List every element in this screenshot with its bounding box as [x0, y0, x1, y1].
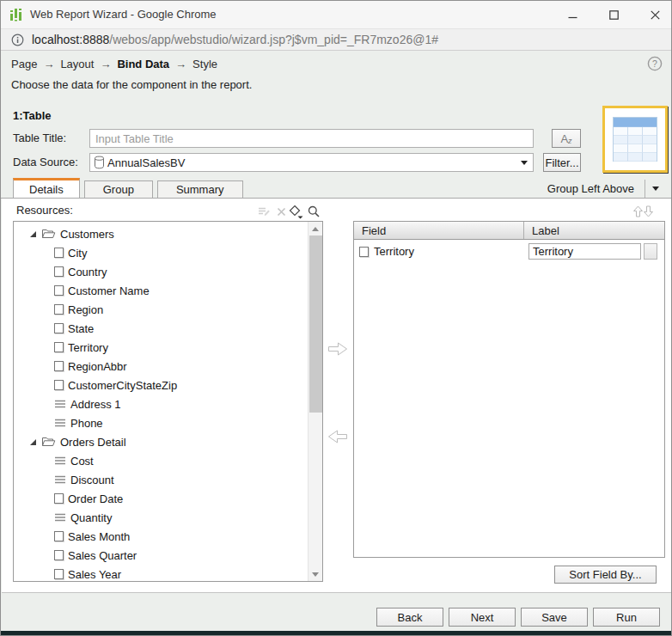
add-field-arrow-icon[interactable] [327, 341, 348, 360]
field-cell[interactable]: Territory [354, 245, 524, 258]
tree-item-label: Sales Month [68, 530, 130, 543]
tree-item-phone[interactable]: Phone [54, 413, 308, 432]
folder-icon [41, 436, 56, 448]
delete-icon[interactable] [273, 205, 289, 218]
search-icon[interactable] [306, 205, 321, 218]
info-icon[interactable] [11, 34, 24, 50]
tree-item-sales-quarter[interactable]: Sales Quarter [54, 546, 308, 565]
next-button[interactable]: Next [449, 608, 516, 627]
maximize-icon [609, 10, 619, 20]
field-box-icon [54, 342, 64, 352]
field-box-icon [54, 531, 64, 541]
tree-item-label: Orders Detail [60, 436, 126, 449]
move-up-icon[interactable] [633, 205, 643, 221]
scroll-up-icon[interactable] [309, 222, 322, 235]
close-button[interactable] [640, 1, 669, 28]
breadcrumb-step-style[interactable]: Style [192, 58, 217, 70]
url-text[interactable]: localhost:8888/webos/app/webstudio/wizar… [32, 29, 438, 51]
field-table-body: Territory [354, 240, 664, 263]
tree-item-quantity[interactable]: Quantity [54, 508, 308, 527]
maximize-button[interactable] [599, 1, 628, 28]
tree-item-sales-month[interactable]: Sales Month [54, 527, 308, 546]
breadcrumb-arrow-icon: → [43, 58, 54, 70]
sort-field-by-button[interactable]: Sort Field By... [554, 566, 657, 584]
url-path: /webos/app/webstudio/wizard.jsp?j$vm_pid… [109, 33, 438, 46]
tab-group[interactable]: Group [84, 180, 153, 199]
tree-item-sales-year[interactable]: Sales Year [54, 565, 308, 581]
column-header-label[interactable]: Label [524, 222, 664, 239]
field-lines-icon [54, 474, 66, 485]
tree-item-state[interactable]: State [54, 319, 308, 338]
scrollbar-thumb[interactable] [309, 235, 322, 413]
tab-details[interactable]: Details [13, 178, 80, 199]
tree-item-customers[interactable]: Customers [29, 224, 308, 243]
tree-item-label: CustomerCityStateZip [68, 379, 177, 392]
tree-item-customer-name[interactable]: Customer Name [54, 281, 308, 300]
move-down-icon[interactable] [644, 205, 653, 221]
tree-item-city[interactable]: City [54, 243, 308, 262]
tab-summary[interactable]: Summary [157, 180, 243, 199]
tree-item-region[interactable]: Region [54, 300, 308, 319]
title-font-button[interactable]: Az [552, 129, 581, 148]
tree-item-country[interactable]: Country [54, 262, 308, 281]
address-bar[interactable]: localhost:8888/webos/app/webstudio/wizar… [1, 28, 671, 51]
dropdown-separator [645, 180, 645, 198]
minimize-button[interactable] [558, 1, 587, 28]
edit-fields-icon[interactable] [256, 205, 272, 218]
component-section-title: 1:Table [13, 109, 52, 122]
field-box-icon [359, 247, 369, 257]
label-options-button[interactable] [644, 243, 657, 260]
table-preview-tile[interactable] [602, 106, 668, 173]
group-position-dropdown[interactable]: Group Left Above [547, 179, 664, 199]
field-table-header: Field Label [354, 222, 664, 240]
tree-item-discount[interactable]: Discount [54, 470, 308, 489]
field-box-icon [54, 569, 64, 579]
tree-item-label: State [68, 322, 94, 335]
dropdown-caret-icon [652, 187, 659, 191]
wizard-description: Choose the data for the component in the… [11, 78, 252, 91]
tree-item-orders-detail[interactable]: Orders Detail [29, 432, 308, 451]
field-box-icon [54, 304, 64, 315]
tab-strip: DetailsGroupSummary [13, 178, 247, 199]
tree-item-address-1[interactable]: Address 1 [54, 394, 308, 413]
breadcrumb-arrow-icon: → [175, 58, 186, 70]
breadcrumb-arrow-icon: → [100, 58, 111, 70]
expand-collapse-icon[interactable] [289, 205, 304, 218]
tree-item-territory[interactable]: Territory [54, 338, 308, 357]
tree-scrollbar[interactable] [308, 222, 322, 581]
tree-item-customercitystatezip[interactable]: CustomerCityStateZip [54, 376, 308, 394]
filter-button[interactable]: Filter... [543, 153, 581, 172]
tree-item-label: Sales Quarter [68, 549, 137, 562]
field-box-icon [54, 266, 64, 277]
data-source-select[interactable]: AnnualSalesBV [89, 153, 534, 172]
tree-item-label: RegionAbbr [68, 360, 127, 373]
database-icon [94, 156, 105, 169]
resources-tree: CustomersCityCountryCustomer NameRegionS… [14, 222, 308, 581]
window-bottom-edge [1, 631, 672, 636]
scroll-down-icon[interactable] [309, 567, 322, 581]
tree-item-label: Phone [70, 417, 103, 430]
back-button[interactable]: Back [376, 608, 443, 627]
dropdown-caret-icon [521, 161, 528, 165]
tree-item-label: Region [68, 303, 103, 316]
breadcrumb-step-page[interactable]: Page [11, 58, 37, 70]
run-button[interactable]: Run [593, 608, 660, 627]
url-host: localhost:8888 [32, 33, 109, 46]
tree-item-cost[interactable]: Cost [54, 451, 308, 470]
table-title-input[interactable] [89, 129, 534, 148]
breadcrumb-step-layout[interactable]: Layout [60, 58, 94, 70]
remove-field-arrow-icon[interactable] [327, 429, 348, 448]
field-lines-icon [54, 512, 66, 523]
field-lines-icon [54, 399, 66, 409]
tree-expander-icon[interactable] [29, 230, 37, 238]
label-input[interactable] [528, 243, 641, 260]
tree-item-regionabbr[interactable]: RegionAbbr [54, 357, 308, 376]
tree-expander-icon[interactable] [29, 438, 37, 446]
minimize-icon [568, 10, 577, 20]
save-button[interactable]: Save [521, 608, 588, 627]
column-header-field[interactable]: Field [354, 222, 524, 239]
help-icon[interactable]: ? [647, 56, 663, 71]
field-box-icon [54, 248, 64, 258]
breadcrumb-step-bind-data[interactable]: Bind Data [117, 58, 169, 70]
tree-item-order-date[interactable]: Order Date [54, 489, 308, 508]
